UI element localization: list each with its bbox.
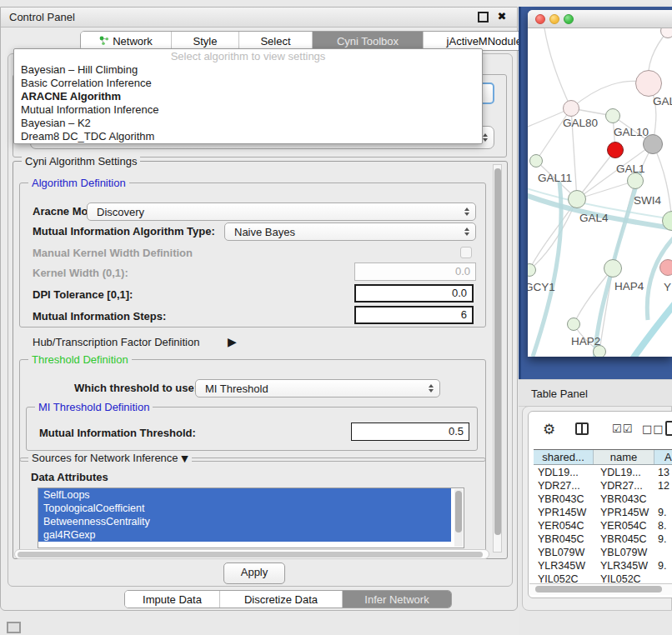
cell-value: 9. <box>654 532 672 546</box>
cell-shared: YBL079W <box>534 546 594 559</box>
list-item[interactable]: SelfLoops <box>38 488 451 502</box>
network-window-titlebar[interactable] <box>528 10 672 28</box>
node-red[interactable] <box>607 142 624 158</box>
collapsed-panel-handle[interactable] <box>7 622 21 633</box>
table-row[interactable]: YBL079W YBL079W <box>534 546 672 559</box>
node-label-gal1: GAL1 <box>616 162 645 175</box>
node-gal2[interactable] <box>635 70 662 97</box>
close-icon[interactable]: ✖ <box>497 12 507 22</box>
cell-shared: YPR145W <box>534 506 594 519</box>
dpi-tolerance-field[interactable]: 0.0 <box>354 284 474 302</box>
tab-label: Select <box>260 35 290 48</box>
list-vertical-scrollbar[interactable] <box>454 489 463 547</box>
tab-select[interactable]: Select <box>239 32 313 50</box>
column-layout-icon[interactable] <box>575 422 589 435</box>
table-horizontal-scrollbar[interactable] <box>529 583 672 595</box>
network-view-window: GAL GAL80 GAL10 GAL1 GAL11 SWI4 GAL4 GCY… <box>528 10 672 357</box>
data-attributes-listbox: SelfLoops TopologicalCoefficient Between… <box>38 488 464 548</box>
mi-threshold-group-title: MI Threshold Definition <box>35 401 153 413</box>
cell-name: YBR045C <box>594 532 654 546</box>
deselect-all-icon[interactable]: □□ <box>642 422 664 435</box>
popup-item-selected[interactable]: ARACNE Algorithm <box>14 90 482 103</box>
popup-placeholder: Select algorithm to view settings <box>14 49 482 63</box>
cell-value: 9. <box>654 506 672 519</box>
node-gal4[interactable] <box>568 190 586 208</box>
settings-vertical-scrollbar[interactable] <box>493 164 502 552</box>
scrollbar-thumb[interactable] <box>535 586 662 592</box>
node-gal80[interactable] <box>563 100 579 117</box>
table-row[interactable]: YER054C YER054C 8. <box>534 519 672 532</box>
mi-threshold-field[interactable]: 0.5 <box>351 422 469 441</box>
kernel-width-label: Kernel Width (0,1): <box>33 267 128 279</box>
tab-infer-network[interactable]: Infer Network <box>343 591 451 608</box>
cell-value <box>654 572 672 582</box>
popup-item[interactable]: Bayesian – K2 <box>14 117 482 130</box>
scrollbar-thumb[interactable] <box>494 168 501 535</box>
table-row[interactable]: YBR045C YBR045C 9. <box>534 532 672 546</box>
node-gal11[interactable] <box>529 154 543 168</box>
list-item[interactable]: TopologicalCoefficient <box>38 502 451 515</box>
cell-shared: YLR345W <box>534 559 594 572</box>
cell-value <box>654 492 672 506</box>
table-panel-section: Table Panel ⚙ ☑☑ □□ shared... name A <box>519 379 672 635</box>
settings-horizontal-scrollbar[interactable] <box>14 549 489 559</box>
apply-button[interactable]: Apply <box>223 562 285 584</box>
node-hap4[interactable] <box>604 259 622 278</box>
data-attributes-label: Data Attributes <box>31 471 108 483</box>
which-threshold-label: Which threshold to use: <box>74 382 198 394</box>
popup-item[interactable]: Dream8 DC_TDC Algorithm <box>14 130 482 143</box>
scrollbar-thumb[interactable] <box>455 491 462 532</box>
column-header-shared[interactable]: shared... <box>534 450 594 464</box>
table-row[interactable]: YLR345W YLR345W 9. <box>534 559 672 572</box>
gear-icon[interactable]: ⚙ <box>543 421 555 438</box>
network-icon <box>99 36 109 46</box>
scrollbar-thumb[interactable] <box>18 552 483 558</box>
node-gal10[interactable] <box>605 108 620 123</box>
popup-item[interactable]: Mutual Information Inference <box>14 103 482 117</box>
which-threshold-combo[interactable]: MI Threshold <box>195 379 440 398</box>
node-gal1[interactable] <box>627 172 644 189</box>
list-item[interactable]: BetweennessCentrality <box>38 515 451 528</box>
popup-item[interactable]: Bayesian – Hill Climbing <box>14 63 482 77</box>
panel-title: Control Panel <box>9 11 75 23</box>
node-hap2[interactable] <box>567 318 580 331</box>
network-canvas[interactable]: GAL GAL80 GAL10 GAL1 GAL11 SWI4 GAL4 GCY… <box>528 28 672 357</box>
table-row[interactable]: YDR27... YDR27... 12 <box>534 479 672 492</box>
column-header-partial[interactable]: A <box>654 450 672 464</box>
desktop-background: GAL GAL80 GAL10 GAL1 GAL11 SWI4 GAL4 GCY… <box>519 7 672 379</box>
cell-value: 12 <box>654 479 672 492</box>
which-threshold-value: MI Threshold <box>205 382 268 395</box>
float-panel-icon[interactable] <box>478 12 489 22</box>
list-item[interactable]: gal4RGexp <box>38 528 451 542</box>
table-row[interactable]: YDL19... YDL19... 13 <box>534 466 672 479</box>
cell-name: YDL19... <box>594 466 654 479</box>
cell-shared: YIL052C <box>534 572 594 582</box>
mac-minimize-button[interactable] <box>549 14 559 24</box>
select-all-icon[interactable]: ☑☑ <box>612 422 633 435</box>
column-header-name[interactable]: name <box>594 450 654 464</box>
tab-network[interactable]: Network <box>81 32 172 50</box>
chevron-down-icon[interactable]: ▼ <box>181 453 188 464</box>
tab-style[interactable]: Style <box>172 32 239 50</box>
table-row[interactable]: YPR145W YPR145W 9. <box>534 506 672 519</box>
aracne-mode-combo[interactable]: Discovery <box>87 202 476 221</box>
node-label-gcy1: GCY1 <box>528 281 555 293</box>
mi-steps-field[interactable]: 6 <box>354 306 474 324</box>
control-panel-titlebar: Control Panel ✖ <box>1 8 517 28</box>
tab-discretize-data[interactable]: Discretize Data <box>220 591 343 608</box>
cell-shared: YER054C <box>534 519 594 532</box>
new-table-icon[interactable] <box>665 421 672 436</box>
table-row[interactable]: YBR043C YBR043C <box>534 492 672 506</box>
tab-impute-data[interactable]: Impute Data <box>125 591 220 608</box>
mac-zoom-button[interactable] <box>564 14 574 24</box>
node-partial-right[interactable] <box>659 259 672 276</box>
manual-kernel-checkbox[interactable] <box>460 247 472 258</box>
chevron-right-icon[interactable]: ▶ <box>228 335 237 348</box>
table-row[interactable]: YIL052C YIL052C <box>534 572 672 582</box>
hub-definition-label: Hub/Transcription Factor Definition <box>33 336 199 348</box>
kernel-width-field[interactable]: 0.0 <box>354 262 476 281</box>
popup-item[interactable]: Basic Correlation Inference <box>14 77 482 90</box>
mac-close-button[interactable] <box>535 14 545 24</box>
tab-cyni-toolbox[interactable]: Cyni Toolbox <box>313 32 424 50</box>
mi-type-combo[interactable]: Naive Bayes <box>224 222 476 241</box>
